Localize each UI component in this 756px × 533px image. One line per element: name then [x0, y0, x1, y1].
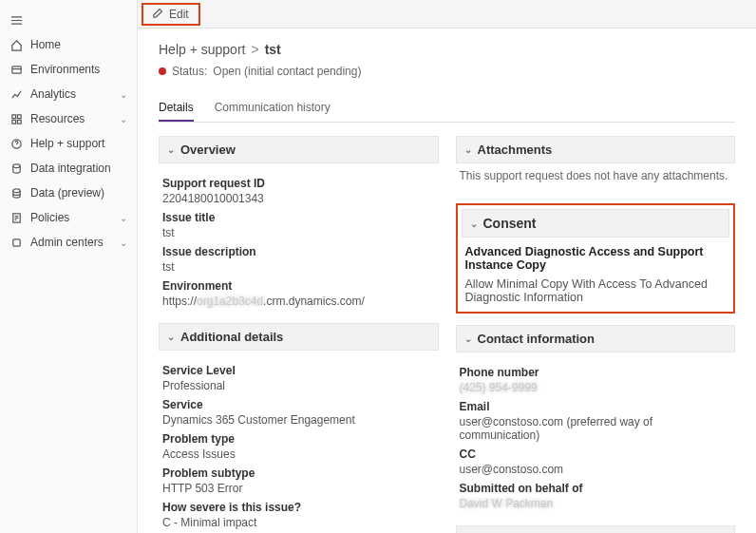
svg-point-7	[12, 188, 19, 192]
section-additional-details: ⌄ Additional details Service Level Profe…	[159, 323, 439, 533]
policies-icon	[9, 211, 23, 224]
section-attachments: ⌄ Attachments This support request does …	[456, 136, 736, 192]
chevron-down-icon: ⌄	[120, 238, 127, 248]
severity-value: C - Minimal impact	[162, 516, 435, 529]
sidebar-item-label: Admin centers	[30, 236, 104, 249]
status-row: Status: Open (initial contact pending)	[159, 65, 735, 78]
home-icon	[9, 38, 23, 51]
breadcrumb-parent[interactable]: Help + support	[159, 42, 245, 57]
sidebar-item-data-integration[interactable]: Data integration	[0, 156, 137, 181]
left-column: ⌄ Overview Support request ID 2204180010…	[159, 136, 439, 533]
analytics-icon	[9, 87, 23, 101]
issue-title-label: Issue title	[162, 211, 435, 224]
sidebar-item-data-preview[interactable]: Data (preview)	[0, 181, 137, 205]
section-request-details: ⌄ Request details Created 04/18/2022 10:…	[456, 525, 736, 533]
section-header-additional[interactable]: ⌄ Additional details	[159, 323, 439, 351]
phone-value: (425) 954-9999	[460, 381, 732, 394]
edit-button[interactable]: Edit	[142, 3, 200, 26]
help-icon	[9, 137, 23, 150]
sidebar-item-resources[interactable]: Resources ⌄	[0, 106, 137, 131]
problem-subtype-label: Problem subtype	[162, 466, 435, 480]
data-preview-icon	[9, 186, 23, 200]
svg-rect-4	[17, 120, 21, 124]
sidebar-item-label: Home	[30, 38, 61, 51]
svg-rect-2	[17, 114, 21, 118]
resources-icon	[9, 112, 23, 125]
email-label: Email	[460, 400, 732, 413]
submitted-label: Submitted on behalf of	[460, 482, 732, 495]
svg-rect-0	[11, 66, 20, 72]
section-overview: ⌄ Overview Support request ID 2204180010…	[159, 136, 439, 312]
chevron-down-icon: ⌄	[167, 332, 175, 342]
issue-desc-value: tst	[162, 260, 435, 274]
svg-rect-3	[11, 120, 15, 124]
edit-icon	[153, 8, 163, 21]
svg-rect-9	[12, 238, 19, 245]
consent-text: Allow Minimal Copy With Access To Advanc…	[465, 277, 727, 304]
sidebar-hamburger[interactable]	[0, 8, 137, 32]
section-title: Consent	[483, 216, 537, 231]
section-consent-highlighted: ⌄ Consent Advanced Diagnostic Access and…	[456, 203, 736, 314]
svg-rect-1	[11, 114, 15, 118]
service-label: Service	[162, 398, 435, 411]
section-contact: ⌄ Contact information Phone number (425)…	[456, 325, 736, 514]
section-header-consent[interactable]: ⌄ Consent	[462, 209, 730, 238]
section-title: Attachments	[478, 143, 553, 157]
section-header-contact[interactable]: ⌄ Contact information	[456, 325, 736, 352]
chevron-down-icon: ⌄	[120, 213, 127, 223]
sidebar-item-policies[interactable]: Policies ⌄	[0, 205, 137, 230]
severity-label: How severe is this issue?	[162, 501, 435, 514]
sidebar-item-label: Data (preview)	[30, 186, 104, 200]
section-title: Additional details	[180, 330, 283, 344]
section-title: Overview	[180, 143, 236, 157]
chevron-down-icon: ⌄	[167, 144, 175, 155]
chevron-down-icon: ⌄	[464, 333, 472, 344]
breadcrumb: Help + support > tst	[159, 42, 735, 57]
sidebar-item-environments[interactable]: Environments	[0, 57, 137, 82]
section-header-attachments[interactable]: ⌄ Attachments	[456, 136, 736, 163]
content: Help + support > tst Status: Open (initi…	[138, 29, 756, 533]
sidebar-item-home[interactable]: Home	[0, 32, 137, 57]
sidebar-item-analytics[interactable]: Analytics ⌄	[0, 82, 137, 106]
problem-type-label: Problem type	[162, 432, 435, 446]
chevron-down-icon: ⌄	[470, 219, 478, 229]
service-level-value: Professional	[162, 379, 435, 392]
edit-label: Edit	[169, 8, 189, 21]
section-header-request[interactable]: ⌄ Request details	[456, 525, 736, 533]
tab-details[interactable]: Details	[159, 95, 194, 122]
problem-subtype-value: HTTP 503 Error	[162, 482, 435, 495]
support-id-label: Support request ID	[162, 177, 435, 190]
chevron-down-icon: ⌄	[120, 114, 127, 124]
env-label: Environment	[162, 279, 435, 293]
tab-communication-history[interactable]: Communication history	[215, 95, 331, 122]
chevron-down-icon: ⌄	[120, 89, 127, 100]
sidebar: Home Environments Analytics ⌄ Resources …	[0, 0, 138, 533]
section-header-overview[interactable]: ⌄ Overview	[159, 136, 439, 163]
issue-desc-label: Issue description	[162, 245, 435, 258]
admin-centers-icon	[9, 236, 23, 249]
tabs: Details Communication history	[159, 95, 735, 123]
breadcrumb-current: tst	[265, 42, 281, 57]
sidebar-item-help-support[interactable]: Help + support	[0, 131, 137, 156]
submitted-value: David W Packman	[460, 497, 732, 510]
data-integration-icon	[9, 162, 23, 175]
toolbar: Edit	[138, 0, 756, 29]
sidebar-item-label: Analytics	[30, 87, 76, 101]
status-value: Open (initial contact pending)	[213, 65, 361, 78]
main-area: Edit Help + support > tst Status: Open (…	[138, 0, 756, 533]
section-title: Contact information	[478, 332, 595, 346]
cc-label: CC	[460, 447, 732, 461]
sidebar-item-label: Help + support	[30, 137, 104, 150]
attachments-empty-text: This support request does not have any a…	[456, 163, 736, 192]
chevron-down-icon: ⌄	[464, 144, 472, 155]
sidebar-item-label: Resources	[30, 112, 85, 125]
right-column: ⌄ Attachments This support request does …	[456, 136, 736, 533]
phone-label: Phone number	[460, 366, 732, 379]
consent-heading: Advanced Diagnostic Access and Support I…	[465, 245, 727, 272]
env-value: https://org1a2b3c4d.crm.dynamics.com/	[162, 295, 435, 308]
sidebar-item-admin-centers[interactable]: Admin centers ⌄	[0, 230, 137, 255]
svg-point-6	[12, 163, 19, 167]
problem-type-value: Access Issues	[162, 447, 435, 461]
sidebar-item-label: Policies	[30, 211, 69, 224]
issue-title-value: tst	[162, 226, 435, 239]
